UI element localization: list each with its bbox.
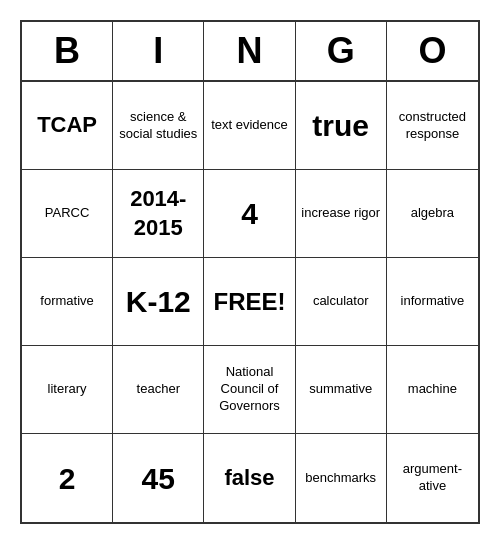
cell-text: algebra <box>411 205 454 222</box>
cell-text: 45 <box>142 459 175 498</box>
cell-text: K-12 <box>126 282 191 321</box>
cell-text: benchmarks <box>305 470 376 487</box>
cell-text: constructed response <box>391 109 474 143</box>
header-letter: B <box>22 22 113 80</box>
bingo-cell: constructed response <box>387 82 478 170</box>
cell-text: 2 <box>59 459 76 498</box>
bingo-cell: National Council of Governors <box>204 346 295 434</box>
cell-text: National Council of Governors <box>208 364 290 415</box>
bingo-cell: true <box>296 82 387 170</box>
header-letter: O <box>387 22 478 80</box>
header-letter: I <box>113 22 204 80</box>
bingo-cell: science & social studies <box>113 82 204 170</box>
bingo-card: BINGO TCAPscience & social studiestext e… <box>20 20 480 524</box>
cell-text: informative <box>401 293 465 310</box>
cell-text: 4 <box>241 194 258 233</box>
cell-text: PARCC <box>45 205 90 222</box>
bingo-cell: K-12 <box>113 258 204 346</box>
bingo-cell: 2 <box>22 434 113 522</box>
bingo-cell: 2014-2015 <box>113 170 204 258</box>
bingo-cell: calculator <box>296 258 387 346</box>
cell-text: science & social studies <box>117 109 199 143</box>
cell-text: machine <box>408 381 457 398</box>
cell-text: calculator <box>313 293 369 310</box>
cell-text: 2014-2015 <box>117 185 199 242</box>
bingo-cell: teacher <box>113 346 204 434</box>
bingo-cell: summative <box>296 346 387 434</box>
bingo-cell: PARCC <box>22 170 113 258</box>
bingo-cell: FREE! <box>204 258 295 346</box>
cell-text: FREE! <box>213 286 285 317</box>
cell-text: argument-ative <box>391 461 474 495</box>
cell-text: false <box>224 464 274 493</box>
bingo-cell: literary <box>22 346 113 434</box>
bingo-cell: benchmarks <box>296 434 387 522</box>
bingo-cell: false <box>204 434 295 522</box>
bingo-cell: 4 <box>204 170 295 258</box>
bingo-cell: argument-ative <box>387 434 478 522</box>
cell-text: TCAP <box>37 111 97 140</box>
cell-text: text evidence <box>211 117 288 134</box>
header-letter: G <box>296 22 387 80</box>
bingo-grid: TCAPscience & social studiestext evidenc… <box>22 82 478 522</box>
bingo-cell: machine <box>387 346 478 434</box>
cell-text: true <box>312 106 369 145</box>
bingo-cell: text evidence <box>204 82 295 170</box>
cell-text: summative <box>309 381 372 398</box>
header-letter: N <box>204 22 295 80</box>
cell-text: increase rigor <box>301 205 380 222</box>
bingo-cell: informative <box>387 258 478 346</box>
cell-text: formative <box>40 293 93 310</box>
bingo-cell: increase rigor <box>296 170 387 258</box>
bingo-cell: 45 <box>113 434 204 522</box>
cell-text: teacher <box>137 381 180 398</box>
bingo-cell: algebra <box>387 170 478 258</box>
bingo-header: BINGO <box>22 22 478 82</box>
bingo-cell: TCAP <box>22 82 113 170</box>
cell-text: literary <box>48 381 87 398</box>
bingo-cell: formative <box>22 258 113 346</box>
